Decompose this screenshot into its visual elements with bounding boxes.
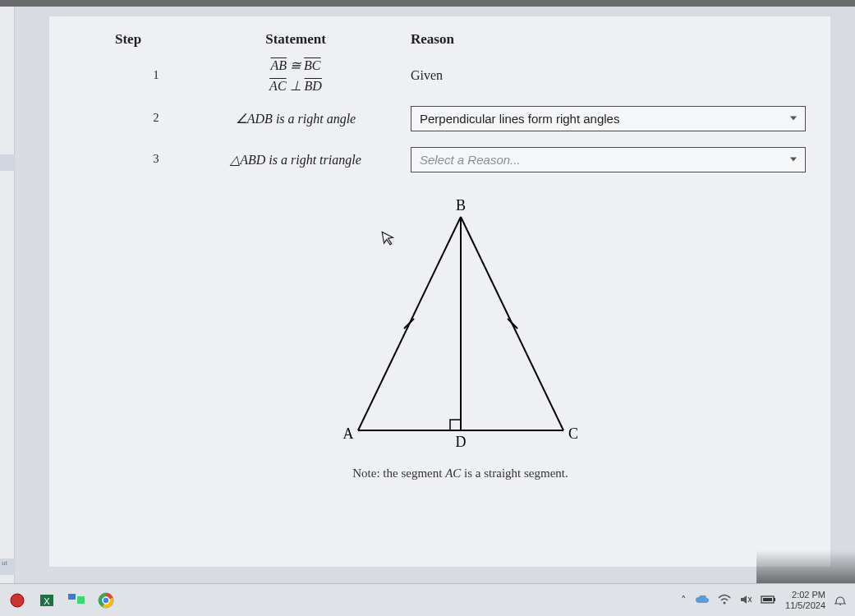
tray-caret-icon[interactable]: ˄	[681, 594, 687, 606]
sound-muted-icon[interactable]	[739, 594, 752, 607]
reason-cell: Given	[394, 68, 806, 83]
dropdown-placeholder: Select a Reason...	[420, 153, 521, 167]
proof-row: 3 △ABD is a right triangle Select a Reas…	[115, 143, 806, 176]
svg-rect-20	[763, 598, 772, 601]
reason-dropdown[interactable]: Perpendicular lines form right angles	[411, 106, 806, 131]
tray-date: 11/5/2024	[785, 600, 825, 610]
reason-dropdown[interactable]: Select a Reason...	[411, 147, 806, 172]
svg-point-7	[11, 594, 24, 607]
header-statement: Statement	[197, 31, 394, 48]
figure-note: Note: the segment AC is a straight segme…	[352, 467, 568, 480]
tray-clock[interactable]: 2:02 PM 11/5/2024	[785, 590, 825, 609]
taskbar-left-icons: X	[8, 591, 115, 609]
svg-point-21	[839, 604, 841, 605]
header-step: Step	[115, 31, 197, 48]
wifi-icon[interactable]	[718, 594, 731, 607]
sidebar-tab[interactable]	[0, 154, 15, 171]
vertex-a-label: A	[342, 425, 353, 442]
svg-line-5	[508, 319, 517, 329]
step-number: 2	[115, 112, 197, 125]
vertex-c-label: C	[568, 425, 577, 442]
reason-cell: Perpendicular lines form right angles	[394, 106, 806, 131]
triangle-diagram: B A D C	[325, 192, 596, 455]
step-number: 3	[115, 153, 197, 166]
taskbar-app-icon[interactable]	[8, 591, 26, 609]
tray-time: 2:02 PM	[785, 590, 825, 600]
svg-rect-19	[774, 598, 775, 601]
segment-ab: AB	[271, 58, 287, 72]
svg-point-15	[724, 601, 726, 604]
congruent-symbol: ≅	[287, 58, 304, 72]
header-reason: Reason	[394, 31, 806, 48]
notification-icon[interactable]	[834, 593, 847, 608]
reason-cell: Select a Reason...	[394, 147, 806, 172]
dropdown-value: Perpendicular lines form right angles	[420, 112, 619, 126]
windows-taskbar[interactable]: X ˄ 2:02 PM 11/5/2024	[0, 583, 855, 616]
figure-area: B A D C Note: the segment AC is a straig…	[115, 192, 806, 480]
svg-point-14	[103, 597, 109, 604]
proof-content-panel: Step Statement Reason 1 AB ≅ BC AC ⊥ BD …	[49, 16, 830, 567]
battery-icon[interactable]	[761, 595, 777, 606]
perpendicular-symbol: ⊥	[287, 79, 305, 93]
taskbar-excel-icon[interactable]: X	[38, 591, 56, 609]
step-number: 1	[115, 69, 197, 82]
sidebar-tab-label[interactable]: ut	[0, 559, 15, 575]
taskbar-monitor-icon[interactable]	[67, 591, 85, 609]
segment-bc: BC	[304, 58, 320, 72]
proof-table-header: Step Statement Reason	[115, 31, 806, 48]
proof-row: 1 AB ≅ BC AC ⊥ BD Given	[115, 57, 806, 94]
note-prefix: Note: the segment	[352, 467, 445, 480]
segment-bd: BD	[305, 79, 322, 93]
left-sidebar-strip: ut	[0, 7, 15, 583]
segment-ac: AC	[269, 79, 286, 93]
statement-cell: ∠ADB is a right angle	[197, 111, 394, 126]
svg-rect-10	[68, 594, 76, 600]
svg-line-4	[404, 319, 414, 329]
window-top-edge	[0, 0, 855, 7]
statement-cell: △ABD is a right triangle	[197, 152, 394, 168]
taskbar-chrome-icon[interactable]	[97, 591, 115, 609]
svg-rect-6	[450, 420, 461, 430]
cloud-icon[interactable]	[695, 594, 710, 607]
svg-text:X: X	[44, 596, 50, 606]
system-tray: ˄ 2:02 PM 11/5/2024	[681, 590, 847, 609]
note-segment: AC	[445, 467, 461, 480]
statement-cell: AB ≅ BC AC ⊥ BD	[197, 57, 394, 94]
vertex-b-label: B	[455, 197, 465, 214]
proof-row: 2 ∠ADB is a right angle Perpendicular li…	[115, 102, 806, 135]
svg-rect-11	[77, 596, 85, 604]
note-suffix: is a straight segment.	[461, 467, 568, 480]
vertex-d-label: D	[455, 434, 466, 450]
